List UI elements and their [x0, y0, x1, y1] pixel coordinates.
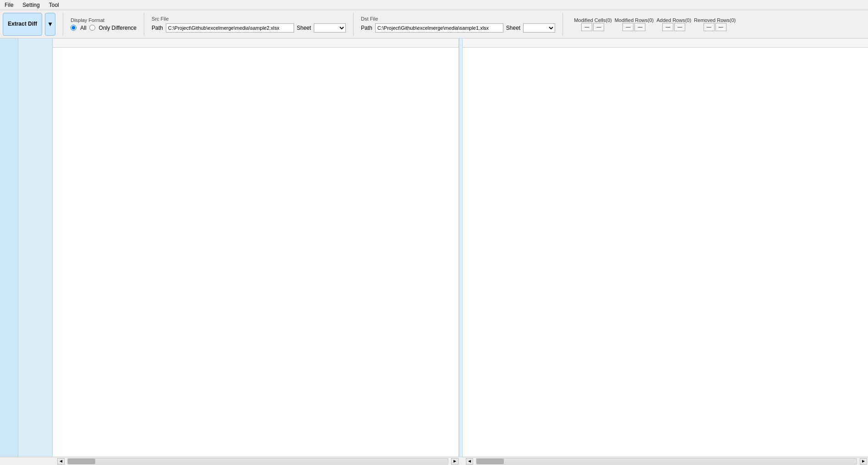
stat-mc-btn1[interactable]: —: [581, 23, 592, 31]
src-col-header: [53, 38, 459, 48]
dst-sheet-label: Sheet: [506, 25, 520, 31]
stat-modified-rows-label: Modified Rows(0): [615, 17, 654, 23]
src-scrollbar-thumb: [68, 459, 95, 464]
stat-modified-cells: Modified Cells(0) — —: [574, 17, 612, 31]
toolbar: Extract Diff ▼ Display Format All Only D…: [0, 10, 868, 38]
display-format-options: All Only Difference: [71, 25, 136, 31]
dst-scrollbar-left-btn[interactable]: ◀: [466, 458, 473, 465]
src-scrollbar-right-btn[interactable]: ▶: [451, 458, 459, 465]
extract-diff-button[interactable]: Extract Diff: [3, 13, 42, 36]
stat-ar-btn1[interactable]: —: [662, 23, 673, 31]
stat-rr-btn2[interactable]: —: [715, 23, 726, 31]
stat-mr-btn2[interactable]: —: [634, 23, 645, 31]
radio-all-label[interactable]: All: [80, 25, 86, 31]
dst-file-group: Dst File Path Sheet: [361, 16, 555, 33]
menu-file[interactable]: File: [2, 1, 16, 9]
src-sheet-label: Sheet: [297, 25, 311, 31]
stat-ar-btn2[interactable]: —: [674, 23, 685, 31]
radio-diff[interactable]: [89, 25, 95, 31]
dropdown-arrow-icon: ▼: [47, 21, 53, 27]
stat-removed-rows: Removed Rows(0) — —: [694, 17, 736, 31]
dst-scrollbar-thumb: [476, 459, 504, 464]
display-format-group: Display Format All Only Difference: [71, 17, 136, 31]
left-sidebar: [0, 38, 18, 457]
dst-file-label: Dst File: [361, 16, 555, 22]
stat-modified-rows-buttons: — —: [622, 23, 645, 31]
src-scrollbar-track[interactable]: [67, 458, 448, 465]
dst-col-header: [463, 38, 868, 48]
stat-removed-rows-label: Removed Rows(0): [694, 17, 736, 23]
main-content: [0, 38, 868, 457]
radio-diff-label[interactable]: Only Difference: [99, 25, 136, 31]
stat-added-rows-buttons: — —: [662, 23, 685, 31]
stat-added-rows: Added Rows(0) — —: [656, 17, 691, 31]
extract-diff-dropdown[interactable]: ▼: [45, 13, 55, 36]
dst-scrollbar-right-btn[interactable]: ▶: [860, 458, 867, 465]
dst-scrollbar-track[interactable]: [476, 458, 857, 465]
stat-mr-btn1[interactable]: —: [622, 23, 633, 31]
stat-rr-btn1[interactable]: —: [704, 23, 715, 31]
dst-path-input[interactable]: [375, 23, 503, 33]
stats-section: Modified Cells(0) — — Modified Rows(0) —…: [574, 17, 736, 31]
src-file-label: Src File: [152, 16, 346, 22]
src-scrollbar-left-btn[interactable]: ◀: [57, 458, 65, 465]
menu-tool[interactable]: Tool: [46, 1, 62, 9]
menu-bar: File Setting Tool: [0, 0, 868, 10]
separator-1: [63, 13, 63, 36]
menu-setting[interactable]: Setting: [20, 1, 42, 9]
radio-all[interactable]: [71, 25, 76, 31]
stat-modified-rows: Modified Rows(0) — —: [615, 17, 654, 31]
scrollbar-area: ◀ ▶ ◀ ▶: [0, 457, 868, 465]
separator-4: [562, 13, 563, 36]
separator-2: [144, 13, 144, 36]
src-file-row: Path Sheet: [152, 23, 346, 33]
panel-divider[interactable]: [459, 38, 463, 457]
src-path-input[interactable]: [166, 23, 294, 33]
src-sheet-select[interactable]: [314, 23, 346, 33]
stat-modified-cells-label: Modified Cells(0): [574, 17, 612, 23]
separator-3: [353, 13, 354, 36]
dst-panel: [463, 38, 868, 457]
stat-mc-btn2[interactable]: —: [593, 23, 604, 31]
src-path-label: Path: [152, 25, 163, 31]
extract-diff-label: Extract Diff: [8, 20, 37, 28]
display-format-label: Display Format: [71, 17, 136, 23]
src-panel: [53, 38, 459, 457]
dst-file-row: Path Sheet: [361, 23, 555, 33]
row-numbers-panel: [18, 38, 53, 457]
stat-removed-rows-buttons: — —: [704, 23, 726, 31]
dst-sheet-select[interactable]: [523, 23, 555, 33]
stat-modified-cells-buttons: — —: [581, 23, 604, 31]
stat-added-rows-label: Added Rows(0): [656, 17, 691, 23]
dst-path-label: Path: [361, 25, 372, 31]
src-file-group: Src File Path Sheet: [152, 16, 346, 33]
